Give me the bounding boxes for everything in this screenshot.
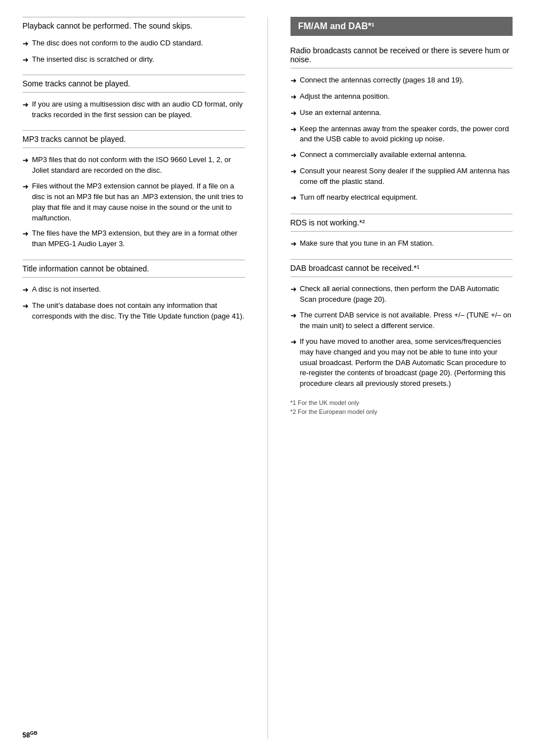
list-item: ➜ The current DAB service is not availab… xyxy=(290,310,513,331)
dab-broadcast-section: DAB broadcast cannot be received.*¹ ➜ Ch… xyxy=(290,259,513,389)
mp3-tracks-title: MP3 tracks cannot be played. xyxy=(22,130,245,148)
list-item: ➜ Connect the antennas correctly (pages … xyxy=(290,75,513,86)
arrow-icon: ➜ xyxy=(22,301,29,312)
radio-broadcasts-bullets: ➜ Connect the antennas correctly (pages … xyxy=(290,75,513,204)
arrow-icon: ➜ xyxy=(290,337,297,348)
bullet-text: Connect the antennas correctly (pages 18… xyxy=(300,75,513,86)
some-tracks-section: Some tracks cannot be played. ➜ If you a… xyxy=(22,75,245,121)
list-item: ➜ If you are using a multisession disc w… xyxy=(22,99,245,121)
arrow-icon: ➜ xyxy=(22,285,29,296)
bullet-text: If you are using a multisession disc wit… xyxy=(32,99,245,121)
rds-bullets: ➜ Make sure that you tune in an FM stati… xyxy=(290,238,513,250)
bullet-text: The current DAB service is not available… xyxy=(300,310,513,331)
rds-title: RDS is not working.*² xyxy=(290,214,513,232)
bullet-text: Consult your nearest Sony dealer if the … xyxy=(300,166,513,187)
arrow-icon: ➜ xyxy=(22,55,29,66)
list-item: ➜ MP3 files that do not conform with the… xyxy=(22,155,245,176)
bullet-text: Make sure that you tune in an FM station… xyxy=(300,238,513,249)
bullet-text: The files have the MP3 extension, but th… xyxy=(32,228,245,250)
bullet-text: If you have moved to another area, some … xyxy=(300,336,513,389)
left-column: Playback cannot be performed. The sound … xyxy=(22,17,251,739)
bullet-text: The inserted disc is scratched or dirty. xyxy=(32,54,245,65)
bullet-text: Connect a commercially available externa… xyxy=(300,150,513,160)
bullet-text: Keep the antennas away from the speaker … xyxy=(300,124,513,145)
dab-broadcast-title: DAB broadcast cannot be received.*¹ xyxy=(290,259,513,277)
list-item: ➜ Keep the antennas away from the speake… xyxy=(290,124,513,145)
list-item: ➜ Files without the MP3 extension cannot… xyxy=(22,181,245,223)
mp3-tracks-bullets: ➜ MP3 files that do not conform with the… xyxy=(22,155,245,250)
intro-title: Playback cannot be performed. The sound … xyxy=(22,17,245,31)
arrow-icon: ➜ xyxy=(290,193,297,204)
radio-broadcasts-section: Radio broadcasts cannot be received or t… xyxy=(290,46,513,204)
bullet-text: A disc is not inserted. xyxy=(32,284,245,295)
list-item: ➜ If you have moved to another area, som… xyxy=(290,336,513,389)
arrow-icon: ➜ xyxy=(290,239,297,250)
footnote-2: *2 For the European model only xyxy=(290,408,513,415)
arrow-icon: ➜ xyxy=(22,39,29,49)
list-item: ➜ Consult your nearest Sony dealer if th… xyxy=(290,166,513,187)
list-item: ➜ A disc is not inserted. xyxy=(22,284,245,296)
list-item: ➜ The files have the MP3 extension, but … xyxy=(22,228,245,250)
arrow-icon: ➜ xyxy=(290,76,297,86)
list-item: ➜ Use an external antenna. xyxy=(290,108,513,119)
mp3-tracks-section: MP3 tracks cannot be played. ➜ MP3 files… xyxy=(22,130,245,250)
arrow-icon: ➜ xyxy=(22,229,29,239)
page-number: 58GB xyxy=(22,730,38,739)
bullet-text: Adjust the antenna position. xyxy=(300,91,513,102)
dab-broadcast-bullets: ➜ Check all aerial connections, then per… xyxy=(290,284,513,389)
list-item: ➜ Check all aerial connections, then per… xyxy=(290,284,513,305)
list-item: ➜ The disc does not conform to the audio… xyxy=(22,38,245,49)
bullet-text: Use an external antenna. xyxy=(300,108,513,118)
radio-broadcasts-title: Radio broadcasts cannot be received or t… xyxy=(290,46,513,68)
list-item: ➜ The unit’s database does not contain a… xyxy=(22,301,245,322)
bullet-text: The unit’s database does not contain any… xyxy=(32,301,245,322)
arrow-icon: ➜ xyxy=(22,155,29,166)
title-info-section: Title information cannot be obtained. ➜ … xyxy=(22,260,245,322)
some-tracks-bullets: ➜ If you are using a multisession disc w… xyxy=(22,99,245,121)
arrow-icon: ➜ xyxy=(290,92,297,103)
title-info-title: Title information cannot be obtained. xyxy=(22,260,245,278)
bullet-text: Turn off nearby electrical equipment. xyxy=(300,192,513,203)
bullet-text: MP3 files that do not conform with the I… xyxy=(32,155,245,176)
list-item: ➜ Make sure that you tune in an FM stati… xyxy=(290,238,513,250)
footnotes-block: *1 For the UK model only *2 For the Euro… xyxy=(290,399,513,415)
some-tracks-title: Some tracks cannot be played. xyxy=(22,75,245,93)
arrow-icon: ➜ xyxy=(290,167,297,177)
arrow-icon: ➜ xyxy=(22,100,29,110)
intro-section: Playback cannot be performed. The sound … xyxy=(22,17,245,66)
arrow-icon: ➜ xyxy=(22,182,29,192)
footnote-1: *1 For the UK model only xyxy=(290,399,513,406)
title-info-bullets: ➜ A disc is not inserted. ➜ The unit’s d… xyxy=(22,284,245,322)
arrow-icon: ➜ xyxy=(290,284,297,295)
bullet-text: The disc does not conform to the audio C… xyxy=(32,38,245,49)
list-item: ➜ The inserted disc is scratched or dirt… xyxy=(22,54,245,66)
right-column: FM/AM and DAB*¹ Radio broadcasts cannot … xyxy=(285,17,513,739)
bullet-text: Files without the MP3 extension cannot b… xyxy=(32,181,245,223)
list-item: ➜ Adjust the antenna position. xyxy=(290,91,513,103)
arrow-icon: ➜ xyxy=(290,108,297,119)
bullet-text: Check all aerial connections, then perfo… xyxy=(300,284,513,305)
list-item: ➜ Turn off nearby electrical equipment. xyxy=(290,192,513,204)
fmam-dab-header: FM/AM and DAB*¹ xyxy=(290,17,513,36)
page: Playback cannot be performed. The sound … xyxy=(0,0,535,756)
rds-section: RDS is not working.*² ➜ Make sure that y… xyxy=(290,214,513,250)
arrow-icon: ➜ xyxy=(290,150,297,161)
column-divider xyxy=(268,17,268,739)
list-item: ➜ Connect a commercially available exter… xyxy=(290,150,513,161)
arrow-icon: ➜ xyxy=(290,125,297,135)
intro-bullet-list: ➜ The disc does not conform to the audio… xyxy=(22,38,245,66)
arrow-icon: ➜ xyxy=(290,311,297,321)
